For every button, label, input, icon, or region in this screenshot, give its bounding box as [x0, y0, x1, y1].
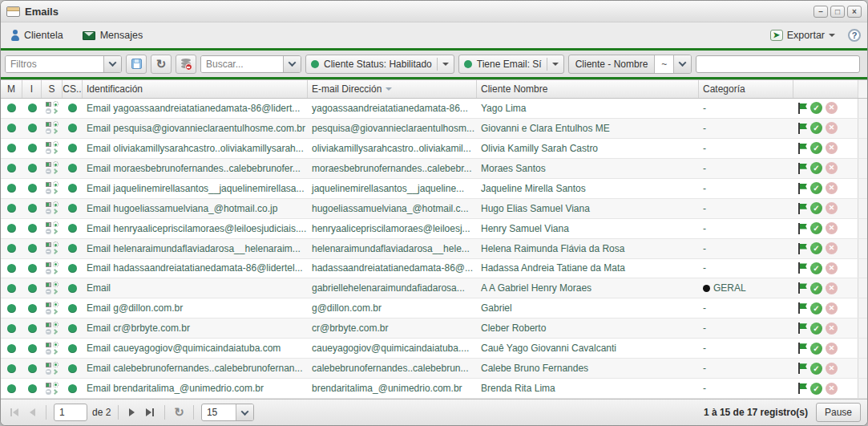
check-icon[interactable]: ✓ [810, 302, 822, 314]
maximize-button[interactable]: □ [830, 6, 845, 18]
first-page-button[interactable] [7, 407, 22, 418]
table-row[interactable]: Email calebebrunofernandes..calebebrunof… [1, 359, 867, 379]
menu-mensajes[interactable]: Mensajes [79, 26, 147, 44]
check-icon[interactable]: ✓ [810, 383, 822, 395]
column-header-categoria[interactable]: Categoría [699, 80, 793, 98]
flag-icon[interactable] [797, 282, 807, 294]
scrollbar-track[interactable] [858, 139, 867, 158]
prev-page-button[interactable] [26, 407, 38, 418]
tiene-email-filter-button[interactable]: Tiene Email: Sí [458, 55, 564, 74]
delete-icon[interactable]: ✕ [826, 102, 838, 114]
flag-icon[interactable] [797, 143, 807, 154]
save-filter-button[interactable] [126, 55, 147, 74]
close-button[interactable]: × [847, 6, 862, 18]
delete-icon[interactable]: ✕ [826, 323, 838, 335]
flag-icon[interactable] [797, 343, 807, 354]
column-header-i[interactable]: I [22, 80, 42, 98]
scrollbar-track[interactable] [858, 379, 867, 398]
delete-icon[interactable]: ✕ [826, 302, 838, 314]
table-row[interactable]: Email hadassaandreiatatianedamata-86@lid… [1, 259, 867, 279]
table-row[interactable]: Email helenaraimundaflaviadarosa__helena… [1, 239, 867, 259]
flag-icon[interactable] [797, 363, 807, 374]
scrollbar-track[interactable] [858, 339, 867, 358]
table-row[interactable]: Email gabriellehelenaraimundafiadarosa..… [1, 278, 867, 298]
cliente-nombre-value-input[interactable] [696, 55, 860, 73]
table-row[interactable]: Email jaquelinemirellasantos__jaquelinem… [1, 179, 867, 199]
buscar-combobox[interactable] [200, 55, 301, 73]
check-icon[interactable]: ✓ [810, 162, 822, 174]
scrollbar-track[interactable] [858, 199, 867, 218]
column-header-email-direccion[interactable]: E-mail Dirección [308, 80, 477, 98]
filtros-dropdown-button[interactable] [103, 56, 121, 72]
delete-icon[interactable]: ✕ [826, 122, 838, 134]
flag-icon[interactable] [797, 203, 807, 214]
table-row[interactable]: Email brendaritalima_@unimedrio.com.br b… [1, 379, 867, 399]
scrollbar-track[interactable] [858, 159, 867, 178]
operator-dropdown-button[interactable] [673, 55, 691, 73]
scrollbar-track[interactable] [858, 359, 867, 378]
column-header-s[interactable]: S [42, 80, 63, 98]
refresh-button[interactable]: ↻ [151, 55, 172, 74]
scrollbar-track[interactable] [858, 179, 867, 198]
flag-icon[interactable] [797, 103, 807, 114]
delete-icon[interactable]: ✕ [826, 363, 838, 375]
table-row[interactable]: Email oliviakamillysarahcastro..oliviaka… [1, 139, 867, 159]
table-row[interactable]: Email g@dillon.com.br g@dillon.com.br Ga… [1, 298, 867, 318]
buscar-input[interactable] [201, 56, 283, 72]
flag-icon[interactable] [797, 262, 807, 274]
scrollbar-track[interactable] [858, 318, 867, 338]
check-icon[interactable]: ✓ [810, 343, 822, 355]
operator-value[interactable]: ~ [654, 55, 673, 73]
table-row[interactable]: Email henryaalicepriscilamoraes@leiloesj… [1, 219, 867, 239]
scrollbar-track[interactable] [858, 278, 867, 298]
delete-icon[interactable]: ✕ [826, 383, 838, 395]
filtros-combobox[interactable] [5, 55, 122, 73]
cliente-status-filter-button[interactable]: Cliente Status: Habilitado [305, 55, 454, 74]
flag-icon[interactable] [797, 223, 807, 234]
table-row[interactable]: Email pesquisa@giovannieclaraentulhosme.… [1, 119, 867, 139]
buscar-dropdown-button[interactable] [283, 56, 301, 72]
scrollbar-track[interactable] [858, 259, 867, 278]
delete-icon[interactable]: ✕ [826, 242, 838, 254]
scrollbar-track[interactable] [858, 99, 867, 118]
refresh-grid-button[interactable]: ↻ [172, 405, 186, 420]
column-header-identificacion[interactable]: Identificación [83, 80, 308, 98]
check-icon[interactable]: ✓ [810, 323, 822, 335]
check-icon[interactable]: ✓ [810, 282, 822, 294]
delete-icon[interactable]: ✕ [826, 222, 838, 234]
table-row[interactable]: Email hugoeliassamuelviana_@hotmail.co.j… [1, 199, 867, 219]
delete-icon[interactable]: ✕ [826, 162, 838, 174]
help-button[interactable]: ? [848, 29, 861, 42]
check-icon[interactable]: ✓ [810, 202, 822, 214]
flag-icon[interactable] [797, 123, 807, 134]
column-header-cs[interactable]: CS.. [63, 80, 83, 98]
table-row[interactable]: Email cr@brbyte.com.br cr@brbyte.com.br … [1, 318, 867, 339]
export-button[interactable]: ➤ Exportar [767, 27, 838, 43]
table-row[interactable]: Email caueyagogiov@quimicaindaiatuba.com… [1, 339, 867, 359]
menu-clientela[interactable]: Clientela [7, 26, 67, 44]
page-size-select[interactable]: 15 [201, 404, 254, 421]
scrollbar-track[interactable] [858, 239, 867, 258]
table-row[interactable]: Email yagoassaandreiatatianedamata-86@li… [1, 99, 867, 119]
check-icon[interactable]: ✓ [810, 262, 822, 274]
delete-icon[interactable]: ✕ [826, 182, 838, 194]
flag-icon[interactable] [797, 163, 807, 174]
filtros-input[interactable] [6, 56, 103, 72]
check-icon[interactable]: ✓ [810, 363, 822, 375]
last-page-button[interactable] [143, 407, 157, 418]
flag-icon[interactable] [797, 323, 807, 334]
flag-icon[interactable] [797, 183, 807, 194]
check-icon[interactable]: ✓ [810, 182, 822, 194]
scrollbar-track[interactable] [858, 298, 867, 318]
check-icon[interactable]: ✓ [810, 102, 822, 114]
delete-icon[interactable]: ✕ [826, 343, 838, 355]
delete-icon[interactable]: ✕ [826, 142, 838, 154]
table-row[interactable]: Email moraesbebrunofernandes..calebebrun… [1, 159, 867, 179]
check-icon[interactable]: ✓ [810, 142, 822, 154]
scrollbar-track[interactable] [858, 119, 867, 138]
delete-icon[interactable]: ✕ [826, 262, 838, 274]
delete-icon[interactable]: ✕ [826, 282, 838, 294]
check-icon[interactable]: ✓ [810, 122, 822, 134]
page-number-input[interactable] [54, 404, 87, 421]
column-header-cliente-nombre[interactable]: Cliente Nombre [477, 80, 699, 98]
